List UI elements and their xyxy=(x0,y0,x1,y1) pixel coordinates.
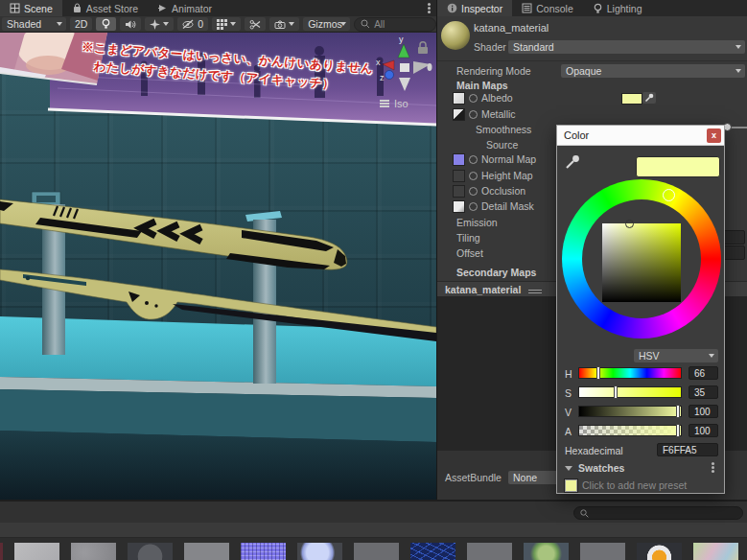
sparkle-icon xyxy=(150,19,160,30)
slider-handle[interactable] xyxy=(614,385,618,399)
color-picker-titlebar[interactable]: Color xyxy=(557,126,724,146)
hue-handle[interactable] xyxy=(663,189,675,201)
scene-search-input[interactable]: All xyxy=(354,17,436,32)
tab-asset-store[interactable]: Asset Store xyxy=(62,0,148,16)
tab-console[interactable]: Console xyxy=(512,0,583,16)
scene-search-value: All xyxy=(374,19,385,30)
search-icon xyxy=(361,19,370,29)
object-picker-icon[interactable] xyxy=(469,110,478,119)
lightbulb-icon xyxy=(101,18,111,30)
tools-button[interactable] xyxy=(245,17,266,31)
asset-thumbnail[interactable] xyxy=(580,543,625,560)
hue-value-field[interactable]: 66 xyxy=(689,366,718,380)
gizmos-dropdown[interactable]: Gizmos xyxy=(303,17,350,31)
alpha-slider[interactable] xyxy=(578,425,682,436)
occlusion-label: Occlusion xyxy=(481,185,525,197)
asset-thumbnail[interactable] xyxy=(128,543,173,560)
add-preset-hint[interactable]: Click to add new preset xyxy=(582,479,687,491)
normal-map-texture-slot[interactable] xyxy=(453,153,465,166)
object-picker-icon[interactable] xyxy=(469,202,478,211)
asset-thumbnail[interactable] xyxy=(467,543,512,560)
albedo-eyedropper-button[interactable] xyxy=(642,92,656,104)
slider-handle[interactable] xyxy=(676,424,680,437)
scene-toolbar: Shaded 2D 0 xyxy=(0,16,436,33)
object-picker-icon[interactable] xyxy=(469,94,478,103)
normal-map-label: Normal Map xyxy=(481,153,536,165)
alpha-value-field[interactable]: 100 xyxy=(689,424,718,437)
effects-dropdown[interactable] xyxy=(145,17,174,31)
albedo-color-swatch[interactable] xyxy=(621,93,642,105)
swatches-menu-dots-icon[interactable] xyxy=(712,466,714,469)
saturation-value-field[interactable]: 35 xyxy=(689,385,718,399)
shopping-bag-icon xyxy=(72,3,82,13)
object-picker-icon[interactable] xyxy=(469,172,478,180)
asset-thumbnail[interactable] xyxy=(71,543,116,560)
console-lines-icon xyxy=(522,3,532,13)
screen-eyedropper-button[interactable] xyxy=(565,154,580,170)
saturation-value-handle[interactable] xyxy=(625,220,634,228)
saturation-slider[interactable] xyxy=(578,386,682,398)
asset-thumbnail[interactable] xyxy=(354,543,399,560)
tab-animator[interactable]: Animator xyxy=(148,0,222,16)
albedo-row: Albedo xyxy=(437,90,747,105)
hexadecimal-field[interactable]: F6FFA5 xyxy=(657,443,718,456)
info-circle-icon xyxy=(447,3,457,13)
lighting-toggle[interactable] xyxy=(96,17,116,31)
tab-inspector[interactable]: Inspector xyxy=(437,0,512,16)
shading-mode-dropdown[interactable]: Shaded xyxy=(2,17,66,31)
close-button[interactable]: x xyxy=(707,128,721,143)
shader-label: Shader xyxy=(474,41,506,53)
smoothness-label: Smoothness xyxy=(476,124,531,135)
smoothness-slider[interactable] xyxy=(723,122,747,133)
scene-menu-dots-icon[interactable] xyxy=(428,7,431,10)
color-mode-value: HSV xyxy=(639,350,660,362)
2d-toggle[interactable]: 2D xyxy=(70,17,92,31)
occlusion-texture-slot[interactable] xyxy=(453,185,465,198)
hue-slider-label: H xyxy=(565,368,576,380)
asset-thumbnail[interactable] xyxy=(14,543,59,560)
source-label: Source xyxy=(486,139,518,151)
audio-toggle[interactable] xyxy=(120,17,141,31)
asset-thumbnail[interactable] xyxy=(693,543,738,560)
grid-visibility-dropdown[interactable] xyxy=(212,17,241,31)
chevron-down-icon xyxy=(57,22,62,26)
slider-handle[interactable] xyxy=(676,405,680,418)
slider-handle[interactable] xyxy=(596,366,600,380)
detail-mask-texture-slot[interactable] xyxy=(453,200,465,213)
color-mode-dropdown[interactable]: HSV xyxy=(634,349,718,362)
metallic-texture-slot[interactable] xyxy=(453,108,465,121)
tab-scene[interactable]: Scene xyxy=(0,0,62,16)
asset-thumbnail[interactable] xyxy=(524,543,569,560)
rendering-mode-dropdown[interactable]: Opaque xyxy=(561,64,745,78)
project-search-input[interactable] xyxy=(573,506,743,520)
scene-grid-icon xyxy=(10,3,20,13)
hue-slider[interactable] xyxy=(578,367,682,379)
value-slider[interactable] xyxy=(578,406,682,417)
projection-toggle[interactable]: Iso xyxy=(380,98,409,109)
object-picker-icon[interactable] xyxy=(469,187,478,196)
tab-animator-label: Animator xyxy=(172,3,212,14)
tab-lighting[interactable]: Lighting xyxy=(583,0,652,16)
camera-dropdown[interactable] xyxy=(269,17,299,31)
value-value-field[interactable]: 100 xyxy=(689,405,718,418)
current-color-swatch[interactable] xyxy=(636,156,720,177)
scissors-icon xyxy=(249,19,261,30)
asset-thumbnail[interactable] xyxy=(410,543,455,560)
scene-viewport[interactable]: y x z ※こまどアバターはいっさい、かんけいありません わたしがすきなだけで… xyxy=(0,33,436,500)
saturation-value-box[interactable] xyxy=(602,223,681,302)
swatches-foldout[interactable]: Swatches xyxy=(565,462,624,474)
asset-thumbnail-partial[interactable] xyxy=(0,543,3,560)
project-breadcrumb-bar[interactable] xyxy=(0,523,747,538)
object-picker-icon[interactable] xyxy=(469,155,478,164)
hidden-objects-toggle[interactable]: 0 xyxy=(177,17,208,31)
asset-thumbnail[interactable] xyxy=(297,543,342,560)
shader-dropdown[interactable]: Standard xyxy=(508,40,745,54)
drag-handle-icon[interactable] xyxy=(528,290,542,291)
asset-thumbnail[interactable] xyxy=(241,543,286,560)
height-map-texture-slot[interactable] xyxy=(453,170,465,182)
albedo-texture-slot[interactable] xyxy=(453,92,465,105)
swatch-preset[interactable] xyxy=(565,479,577,492)
asset-thumbnail[interactable] xyxy=(184,543,229,560)
inspector-tabbar: Inspector Console Lighting xyxy=(437,0,747,16)
asset-thumbnail[interactable] xyxy=(637,543,682,560)
